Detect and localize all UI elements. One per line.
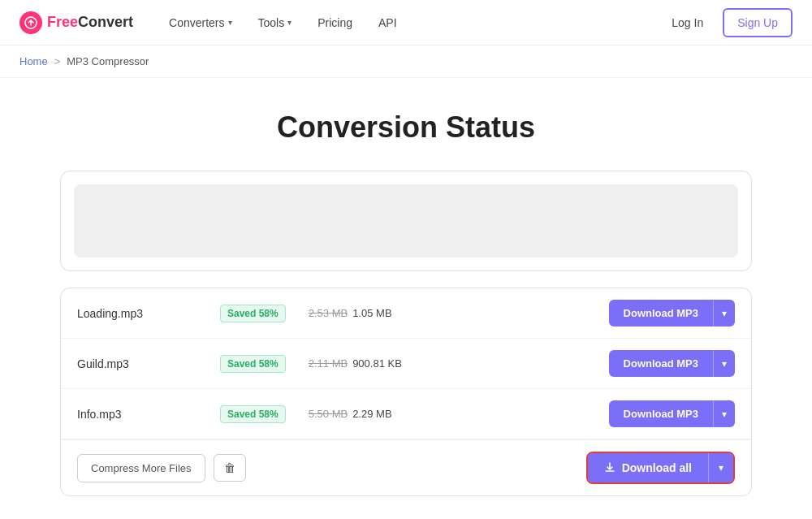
- saved-badge: Saved 58%: [220, 355, 286, 373]
- download-mp3-button[interactable]: Download MP3: [609, 400, 713, 427]
- main-content: Conversion Status Loading.mp3 Saved 58% …: [41, 78, 771, 519]
- download-all-group: Download all ▾: [586, 452, 735, 484]
- login-button[interactable]: Log In: [659, 10, 716, 36]
- delete-button[interactable]: 🗑: [214, 454, 246, 482]
- download-all-chevron-button[interactable]: ▾: [708, 453, 733, 482]
- saved-badge: Saved 58%: [220, 405, 286, 423]
- download-group: Download MP3 ▾: [609, 400, 735, 427]
- logo[interactable]: FreeConvert: [19, 11, 133, 34]
- breadcrumb: Home > MP3 Compressor: [0, 45, 812, 78]
- upload-card: [60, 171, 752, 271]
- new-size: 900.81 KB: [352, 357, 402, 370]
- download-icon: [604, 462, 615, 474]
- original-size: 2.11 MB: [309, 357, 348, 370]
- breadcrumb-separator: >: [54, 55, 61, 67]
- new-size: 2.29 MB: [352, 408, 391, 420]
- file-name: Loading.mp3: [77, 307, 207, 320]
- nav-pricing[interactable]: Pricing: [308, 10, 362, 36]
- file-sizes: 5.50 MB 2.29 MB: [309, 408, 596, 420]
- table-row: Guild.mp3 Saved 58% 2.11 MB 900.81 KB Do…: [61, 339, 751, 389]
- chevron-down-icon: ▾: [722, 308, 727, 319]
- file-name: Info.mp3: [77, 408, 207, 421]
- file-sizes: 2.53 MB 1.05 MB: [309, 307, 596, 319]
- download-mp3-button[interactable]: Download MP3: [609, 300, 713, 327]
- signup-button[interactable]: Sign Up: [723, 8, 793, 37]
- breadcrumb-home[interactable]: Home: [19, 55, 48, 67]
- bottom-bar: Compress More Files 🗑 Download all ▾: [61, 439, 751, 495]
- header: FreeConvert Converters ▾ Tools ▾ Pricing…: [0, 0, 812, 45]
- nav-api[interactable]: API: [369, 10, 407, 36]
- nav-converters[interactable]: Converters ▾: [159, 10, 241, 36]
- chevron-down-icon: ▾: [722, 409, 727, 420]
- nav-tools[interactable]: Tools ▾: [248, 10, 302, 36]
- chevron-down-icon: ▾: [228, 18, 232, 27]
- upload-area[interactable]: [74, 184, 738, 257]
- chevron-down-icon: ▾: [722, 358, 727, 370]
- compress-more-button[interactable]: Compress More Files: [77, 454, 205, 482]
- download-mp3-button[interactable]: Download MP3: [609, 350, 713, 377]
- download-all-button[interactable]: Download all: [588, 453, 708, 482]
- original-size: 5.50 MB: [309, 408, 348, 420]
- file-name: Guild.mp3: [77, 357, 207, 370]
- main-nav: Converters ▾ Tools ▾ Pricing API: [159, 10, 633, 36]
- chevron-down-icon: ▾: [719, 462, 723, 474]
- download-group: Download MP3 ▾: [609, 300, 735, 327]
- new-size: 1.05 MB: [352, 307, 391, 319]
- header-actions: Log In Sign Up: [659, 8, 793, 37]
- breadcrumb-current: MP3 Compressor: [67, 55, 149, 67]
- table-row: Info.mp3 Saved 58% 5.50 MB 2.29 MB Downl…: [61, 389, 751, 439]
- trash-icon: 🗑: [224, 461, 235, 474]
- download-chevron-button[interactable]: ▾: [713, 300, 735, 327]
- download-chevron-button[interactable]: ▾: [713, 400, 735, 427]
- logo-text: FreeConvert: [47, 14, 133, 31]
- chevron-down-icon: ▾: [287, 18, 292, 27]
- logo-icon: [19, 11, 42, 34]
- download-chevron-button[interactable]: ▾: [713, 350, 735, 377]
- table-row: Loading.mp3 Saved 58% 2.53 MB 1.05 MB Do…: [61, 288, 751, 339]
- download-group: Download MP3 ▾: [609, 350, 735, 377]
- saved-badge: Saved 58%: [220, 305, 286, 322]
- file-list-card: Loading.mp3 Saved 58% 2.53 MB 1.05 MB Do…: [60, 288, 752, 496]
- page-title: Conversion Status: [60, 110, 752, 145]
- original-size: 2.53 MB: [309, 307, 348, 319]
- file-sizes: 2.11 MB 900.81 KB: [309, 357, 596, 370]
